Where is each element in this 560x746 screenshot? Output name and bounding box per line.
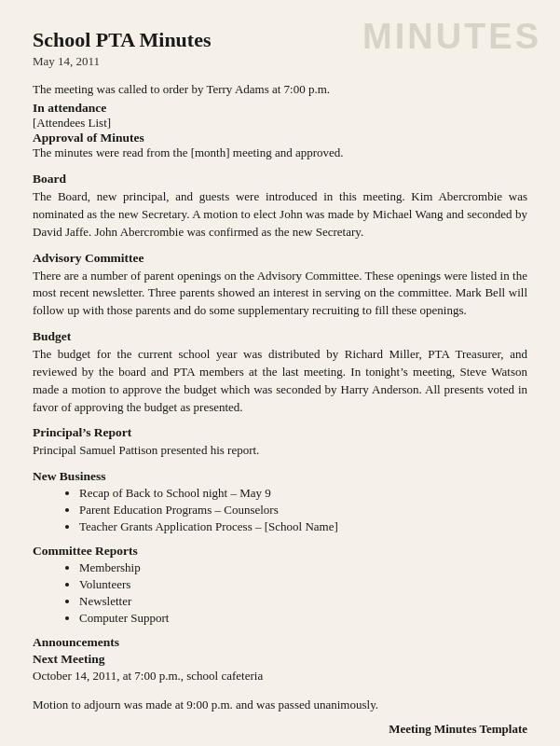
- adjournment-section: Motion to adjourn was made at 9:00 p.m. …: [33, 697, 527, 714]
- budget-body: The budget for the current school year w…: [33, 346, 527, 416]
- page: MINUTES School PTA Minutes May 14, 2011 …: [0, 0, 560, 746]
- footer-text: Meeting Minutes Template: [389, 722, 527, 737]
- committee-reports-list: Membership Volunteers Newsletter Compute…: [79, 560, 527, 626]
- list-item: Parent Education Programs – Counselors: [79, 503, 527, 518]
- approval-text: The minutes were read from the [month] m…: [33, 145, 527, 160]
- new-business-list: Recap of Back to School night – May 9 Pa…: [79, 486, 527, 534]
- advisory-body: There are a number of parent openings on…: [33, 268, 527, 321]
- attendance-label: In attendance: [33, 101, 527, 116]
- attendance-value: [Attendees List]: [33, 116, 527, 131]
- announcements-title: Announcements: [33, 635, 527, 650]
- list-item: Teacher Grants Application Process – [Sc…: [79, 519, 527, 534]
- advisory-section: Advisory Committee There are a number of…: [33, 251, 527, 321]
- document-date: May 14, 2011: [33, 54, 527, 69]
- announcements-section: Announcements Next Meeting October 14, 2…: [33, 635, 527, 685]
- principals-report-title: Principal’s Report: [33, 425, 527, 440]
- intro-text: The meeting was called to order by Terry…: [33, 82, 527, 97]
- list-item: Recap of Back to School night – May 9: [79, 486, 527, 501]
- document-title: School PTA Minutes: [33, 28, 527, 52]
- committee-reports-section: Committee Reports Membership Volunteers …: [33, 544, 527, 626]
- list-item: Computer Support: [79, 611, 527, 626]
- new-business-title: New Business: [33, 469, 527, 484]
- principals-report-section: Principal’s Report Principal Samuel Patt…: [33, 425, 527, 460]
- new-business-section: New Business Recap of Back to School nig…: [33, 469, 527, 534]
- board-body: The Board, new principal, and guests wer…: [33, 188, 527, 242]
- adjournment-text: Motion to adjourn was made at 9:00 p.m. …: [33, 697, 527, 714]
- list-item: Newsletter: [79, 594, 527, 609]
- budget-section: Budget The budget for the current school…: [33, 329, 527, 416]
- next-meeting-body: October 14, 2011, at 7:00 p.m., school c…: [33, 668, 527, 685]
- principals-report-body: Principal Samuel Pattison presented his …: [33, 442, 527, 460]
- approval-label: Approval of Minutes: [33, 131, 527, 145]
- intro-section: The meeting was called to order by Terry…: [33, 82, 527, 160]
- budget-title: Budget: [33, 329, 527, 344]
- board-section: Board The Board, new principal, and gues…: [33, 172, 527, 242]
- list-item: Volunteers: [79, 577, 527, 592]
- board-title: Board: [33, 172, 527, 186]
- next-meeting-title: Next Meeting: [33, 652, 527, 667]
- committee-reports-title: Committee Reports: [33, 544, 527, 559]
- advisory-title: Advisory Committee: [33, 251, 527, 266]
- list-item: Membership: [79, 560, 527, 575]
